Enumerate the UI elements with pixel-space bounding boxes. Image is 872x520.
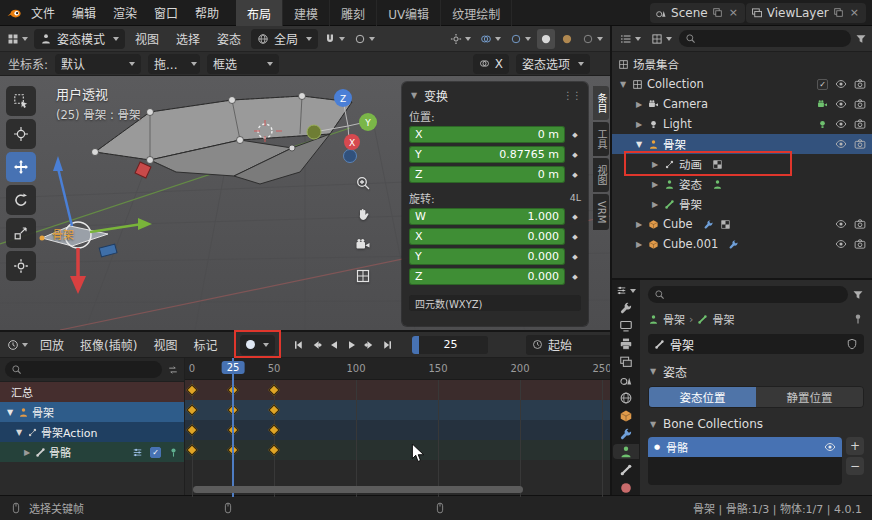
channel-row-bone[interactable]: ▶ 骨骼 ✓ (0, 442, 184, 462)
keyframe-decorator-icon[interactable]: ◆ (569, 233, 581, 241)
shading-material-button[interactable] (558, 29, 576, 49)
xray-toggle[interactable] (507, 29, 534, 49)
close-scene-icon[interactable]: × (727, 6, 740, 19)
keyframe-decorator-icon[interactable]: ◆ (569, 253, 581, 261)
location-z-field[interactable]: Z0 m (409, 166, 565, 183)
bone-collections-list[interactable]: ● 骨骼 (648, 437, 842, 485)
disclosure-icon[interactable]: ▶ (634, 220, 644, 229)
eye-icon[interactable] (835, 98, 847, 110)
rotation-z-field[interactable]: Z0.000 (409, 268, 565, 285)
add-collection-button[interactable]: + (846, 437, 864, 455)
tab-view-layer[interactable] (613, 354, 639, 369)
drag-dropdown[interactable]: 拖... (148, 54, 200, 74)
camera-visibility-icon[interactable] (854, 138, 866, 150)
eye-icon[interactable] (835, 78, 847, 90)
camera-view-button[interactable] (352, 234, 374, 256)
row-animation[interactable]: ▶ 动画 (612, 154, 872, 174)
location-x-field[interactable]: X0 m (409, 126, 565, 143)
axis-z-label[interactable]: Z (340, 94, 346, 104)
section-collapse-icon[interactable]: ▼ (648, 367, 658, 376)
rest-position-button[interactable]: 静置位置 (756, 387, 863, 407)
channel-row-armature[interactable]: ▼ 骨架 (0, 402, 184, 422)
blender-logo-icon[interactable] (6, 5, 22, 21)
disclosure-icon[interactable]: ▼ (618, 80, 628, 89)
section-collapse-icon[interactable]: ▼ (648, 420, 658, 429)
play-button[interactable] (343, 336, 360, 354)
filter-icon[interactable] (852, 289, 864, 301)
row-cube-001[interactable]: ▶ Cube.001 (612, 234, 872, 254)
playhead-line[interactable] (232, 358, 234, 497)
camera-visibility-icon[interactable] (854, 118, 866, 130)
tab-scene[interactable] (613, 372, 639, 387)
filter-icon[interactable] (855, 33, 867, 45)
menu-file[interactable]: 文件 (23, 1, 63, 24)
tab-world[interactable] (613, 390, 639, 405)
camera-visibility-icon[interactable] (854, 78, 866, 90)
next-keyframe-button[interactable] (361, 336, 378, 354)
zoom-button[interactable] (352, 172, 374, 194)
close-viewlayer-icon[interactable]: × (848, 6, 861, 19)
disclosure-icon[interactable]: ▶ (634, 120, 644, 129)
camera-visibility-icon[interactable] (854, 238, 866, 250)
breadcrumb-data[interactable]: 骨架 (712, 311, 734, 327)
keyframe-decorator-icon[interactable]: ◆ (569, 273, 581, 281)
keyframe-decorator-icon[interactable]: ◆ (569, 131, 581, 139)
channel-row-summary[interactable]: 汇总 (0, 382, 184, 402)
timeline-ruler[interactable]: 050100150200250 (185, 358, 610, 380)
eye-icon[interactable] (824, 441, 836, 453)
tool-move-button[interactable] (6, 152, 36, 182)
properties-editor-type-button[interactable] (613, 284, 639, 298)
tab-object[interactable] (613, 408, 639, 423)
pin-icon[interactable] (852, 313, 864, 325)
eye-icon[interactable] (835, 118, 847, 130)
ortho-toggle-button[interactable] (352, 265, 374, 287)
sidebar-tab-vrm[interactable]: VRM (593, 194, 609, 230)
auto-keying-button[interactable] (240, 335, 275, 355)
channel-row-action[interactable]: ▼ 骨架Action (0, 422, 184, 442)
viewlayer-selector[interactable]: ViewLayer × (746, 3, 866, 23)
drag-handle-icon[interactable]: ⋮⋮ (563, 90, 581, 101)
row-collection[interactable]: ▼ Collection ✓ (612, 74, 872, 94)
row-camera[interactable]: ▶ Camera (612, 94, 872, 114)
tool-transform-button[interactable] (6, 251, 36, 281)
viewport-3d[interactable]: Z Y X 用户透视 (25) 骨架 : 骨架 骨架 ▼ 变换 ⋮⋮ 位置: X… (0, 76, 610, 330)
sidebar-tab-view[interactable]: 视图 (593, 158, 609, 192)
camera-visibility-icon[interactable] (854, 218, 866, 230)
tab-output[interactable] (613, 337, 639, 352)
pin-icon[interactable] (168, 447, 179, 458)
menu-help[interactable]: 帮助 (187, 1, 227, 24)
panel-collapse-icon[interactable]: ▼ (409, 91, 419, 100)
disclosure-icon[interactable]: ▶ (650, 200, 660, 209)
menu-markers[interactable]: 标记 (186, 333, 224, 356)
breadcrumb-object[interactable]: 骨架 (663, 311, 685, 327)
tab-material[interactable] (613, 480, 639, 495)
menu-view-timeline[interactable]: 视图 (146, 333, 184, 356)
channel-enable-checkbox[interactable]: ✓ (150, 447, 161, 458)
keyframe-decorator-icon[interactable]: ◆ (569, 213, 581, 221)
menu-window[interactable]: 窗口 (146, 1, 186, 24)
row-scene-collection[interactable]: 场景集合 (612, 54, 872, 74)
data-name-field[interactable]: 骨架 (648, 334, 864, 354)
disclosure-icon[interactable]: ▶ (634, 100, 644, 109)
prev-keyframe-button[interactable] (307, 336, 324, 354)
editor-type-button[interactable] (4, 29, 31, 49)
outliner-search-input[interactable] (679, 30, 851, 47)
shield-icon[interactable] (846, 338, 858, 350)
tool-scale-button[interactable] (6, 218, 36, 248)
keyframe-decorator-icon[interactable]: ◆ (569, 171, 581, 179)
row-cube[interactable]: ▶ Cube (612, 214, 872, 234)
timeline-scrollbar[interactable] (193, 486, 523, 493)
scene-selector[interactable]: Scene × (650, 3, 745, 23)
display-mode-button[interactable] (648, 29, 675, 49)
swap-filter-icon[interactable] (167, 364, 179, 376)
tab-render[interactable] (613, 319, 639, 334)
remove-collection-button[interactable]: − (846, 457, 864, 475)
camera-visibility-icon[interactable] (854, 98, 866, 110)
rotation-mode-badge[interactable]: 4L (570, 192, 581, 203)
row-pose[interactable]: ▶ 姿态 (612, 174, 872, 194)
play-reverse-button[interactable] (325, 336, 342, 354)
new-scene-icon[interactable] (712, 7, 723, 18)
overlays-toggle[interactable] (477, 29, 504, 49)
disclosure-icon[interactable]: ▶ (634, 240, 644, 249)
properties-search-input[interactable] (648, 286, 848, 303)
